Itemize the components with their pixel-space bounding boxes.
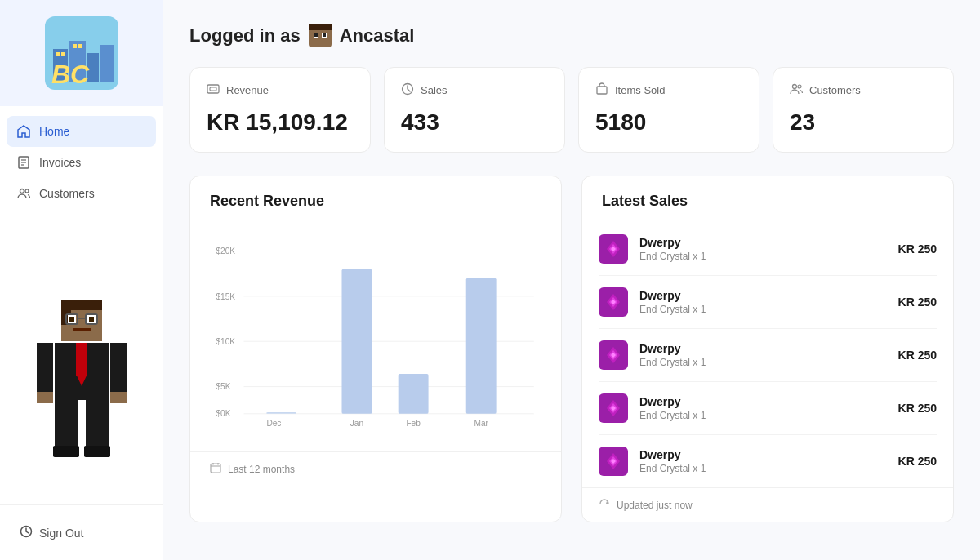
sign-out-label: Sign Out <box>39 527 83 540</box>
latest-sales-card: Latest Sales Dwerpy End Crystal x 1 KR 2… <box>581 176 954 522</box>
minecraft-character <box>37 300 127 464</box>
sale-amount: KR 250 <box>898 402 937 415</box>
svg-rect-45 <box>207 85 219 93</box>
svg-rect-44 <box>323 33 326 37</box>
invoices-icon <box>16 155 31 170</box>
sale-item: Dwerpy End Crystal x 1 KR 250 <box>599 382 937 435</box>
sale-info: Dwerpy End Crystal x 1 <box>639 448 887 474</box>
y-label-15k: $15K <box>216 292 235 301</box>
stat-value-sales: 433 <box>401 109 548 136</box>
user-head-icon <box>309 24 332 47</box>
sale-info: Dwerpy End Crystal x 1 <box>639 236 887 262</box>
refresh-icon <box>599 498 610 512</box>
svg-rect-7 <box>73 44 77 48</box>
stat-value-revenue: KR 15,109.12 <box>207 109 354 136</box>
customers-icon <box>16 186 31 201</box>
sidebar-nav: Home Invoices <box>0 106 163 260</box>
customers-stat-icon <box>790 82 803 98</box>
stat-value-items-sold: 5180 <box>595 109 742 136</box>
svg-rect-8 <box>78 44 82 48</box>
svg-rect-22 <box>89 317 94 322</box>
stat-label-customers: Customers <box>790 82 937 98</box>
x-label-jan: Jan <box>350 419 363 428</box>
stats-grid: Revenue KR 15,109.12 Sales 433 <box>189 67 954 153</box>
svg-rect-32 <box>37 392 53 403</box>
sidebar-customers-label: Customers <box>39 187 95 200</box>
x-label-mar: Mar <box>474 419 488 428</box>
svg-rect-6 <box>61 52 65 56</box>
stat-label-sales: Sales <box>401 82 548 98</box>
x-label-dec: Dec <box>266 419 281 428</box>
sidebar-item-invoices[interactable]: Invoices <box>7 147 156 178</box>
sidebar-item-home[interactable]: Home <box>7 116 156 147</box>
y-label-5k: $5K <box>216 382 230 391</box>
svg-rect-33 <box>110 392 127 403</box>
svg-rect-35 <box>86 400 109 449</box>
main-content: Logged in as Ancastal <box>163 0 980 560</box>
lower-grid: Recent Revenue $20K $15K $10K $5K $0K <box>189 176 954 522</box>
bar-mar <box>466 278 497 414</box>
recent-revenue-title: Recent Revenue <box>190 176 561 223</box>
svg-point-15 <box>25 189 29 193</box>
sale-avatar <box>599 447 628 476</box>
sale-avatar <box>599 340 628 370</box>
svg-point-49 <box>793 85 797 89</box>
y-label-10k: $10K <box>216 337 235 346</box>
svg-rect-48 <box>597 87 607 94</box>
user-avatar-area <box>0 260 163 504</box>
calendar-icon <box>210 462 221 476</box>
sales-list: Dwerpy End Crystal x 1 KR 250 Dwerpy End… <box>582 223 953 487</box>
stat-label-items-sold: Items Sold <box>595 82 742 98</box>
sales-footer: Updated just now <box>582 487 953 522</box>
sale-info: Dwerpy End Crystal x 1 <box>639 289 887 315</box>
sale-product: End Crystal x 1 <box>639 410 887 421</box>
bar-dec <box>266 412 296 414</box>
sidebar-logo-area: BC <box>0 0 163 106</box>
sale-avatar <box>599 393 628 423</box>
sign-out-icon <box>20 525 33 540</box>
bar-feb <box>399 374 429 414</box>
sale-item: Dwerpy End Crystal x 1 KR 250 <box>599 223 937 276</box>
y-label-20k: $20K <box>216 247 235 256</box>
svg-rect-43 <box>314 33 318 37</box>
sale-info: Dwerpy End Crystal x 1 <box>639 342 887 368</box>
sales-footer-label: Updated just now <box>617 500 693 511</box>
username-text: Ancastal <box>340 25 415 47</box>
sale-name: Dwerpy <box>639 342 887 355</box>
sale-avatar <box>599 234 628 264</box>
sign-out-button[interactable]: Sign Out <box>13 518 149 547</box>
svg-rect-28 <box>76 343 87 376</box>
stat-value-customers: 23 <box>790 109 937 136</box>
recent-revenue-card: Recent Revenue $20K $15K $10K $5K $0K <box>189 176 562 522</box>
sale-name: Dwerpy <box>639 236 887 249</box>
bar-jan <box>341 269 372 414</box>
sidebar-item-customers[interactable]: Customers <box>7 178 156 209</box>
sidebar: BC Home Invoices <box>0 0 163 560</box>
x-label-feb: Feb <box>406 419 421 428</box>
sale-product: End Crystal x 1 <box>639 304 887 315</box>
y-label-0k: $0K <box>216 410 230 419</box>
sale-item: Dwerpy End Crystal x 1 KR 250 <box>599 276 937 329</box>
sales-icon <box>401 82 414 98</box>
svg-rect-21 <box>69 317 74 322</box>
sidebar-invoices-label: Invoices <box>39 156 81 169</box>
svg-rect-34 <box>55 400 78 449</box>
svg-rect-26 <box>73 328 91 331</box>
svg-text:BC: BC <box>51 60 90 89</box>
items-sold-icon <box>595 82 608 98</box>
logged-in-text: Logged in as <box>189 25 301 47</box>
sale-info: Dwerpy End Crystal x 1 <box>639 395 887 421</box>
home-icon <box>16 124 31 139</box>
sale-name: Dwerpy <box>639 289 887 302</box>
svg-rect-4 <box>100 45 114 82</box>
stat-card-customers: Customers 23 <box>773 67 954 153</box>
svg-rect-31 <box>110 343 127 392</box>
sale-amount: KR 250 <box>898 455 937 468</box>
sale-item: Dwerpy End Crystal x 1 KR 250 <box>599 435 937 487</box>
chart-footer: Last 12 months <box>190 451 561 486</box>
sale-name: Dwerpy <box>639 395 887 408</box>
svg-rect-36 <box>53 446 79 457</box>
sale-avatar <box>599 287 628 317</box>
bar-chart: $20K $15K $10K $5K $0K <box>210 223 541 445</box>
sidebar-footer: Sign Out <box>0 504 163 560</box>
